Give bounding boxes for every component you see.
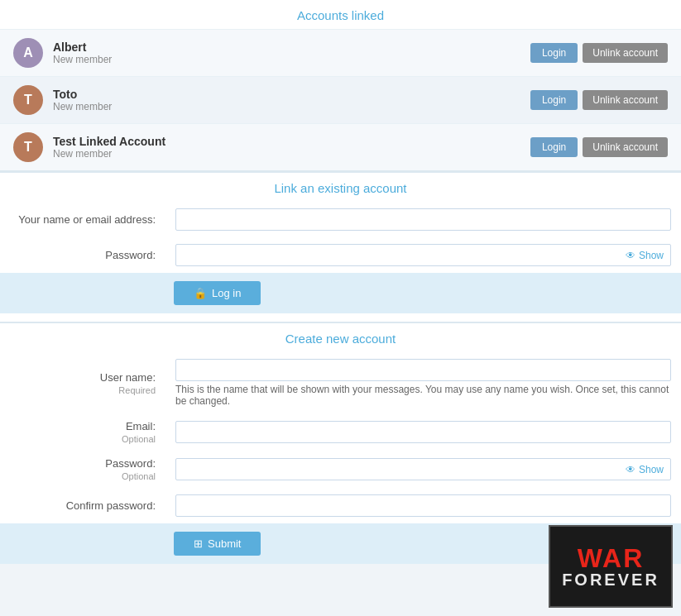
link-existing-title: Link an existing account (0, 173, 681, 202)
create-password-label-cell: Password: Optional (0, 451, 165, 488)
unlink-button-toto[interactable]: Unlink account (583, 90, 668, 110)
create-password-sublabel: Optional (10, 471, 156, 481)
account-info-test: Test Linked Account New member (53, 135, 530, 160)
create-username-input-cell: This is the name that will be shown with… (165, 352, 681, 413)
create-email-sublabel: Optional (10, 434, 156, 444)
create-show-label: Show (639, 464, 664, 475)
account-name-albert: Albert (53, 41, 530, 54)
account-info-albert: Albert New member (53, 41, 530, 65)
create-password-wrap: 👁 Show (175, 458, 671, 480)
create-confirm-row: Confirm password: (0, 488, 681, 523)
unlink-button-test[interactable]: Unlink account (583, 137, 668, 157)
create-email-label: Email: (126, 420, 156, 432)
create-username-label: User name: (100, 371, 156, 384)
link-name-label: Your name or email address: (0, 202, 165, 237)
create-show-password-button[interactable]: 👁 Show (619, 464, 670, 475)
link-show-password-button[interactable]: 👁 Show (619, 250, 670, 261)
link-password-input-cell: 👁 Show (165, 237, 681, 273)
accounts-linked-title: Accounts linked (0, 0, 681, 29)
eye-icon: 👁 (626, 250, 635, 261)
create-username-input[interactable] (175, 359, 671, 381)
create-password-input-cell: 👁 Show (165, 451, 681, 488)
create-confirm-input[interactable] (175, 494, 671, 517)
create-password-label: Password: (105, 457, 156, 470)
war-text: WAR (578, 545, 645, 564)
link-password-row: Password: 👁 Show (0, 237, 681, 273)
create-email-input[interactable] (175, 421, 671, 443)
account-actions-toto: Login Unlink account (530, 90, 668, 110)
avatar-toto: T (13, 85, 43, 115)
create-username-label-cell: User name: Required (0, 352, 165, 413)
account-role-toto: New member (53, 101, 530, 112)
account-name-toto: Toto (53, 88, 530, 101)
create-password-input[interactable] (176, 459, 619, 480)
link-name-input-cell (165, 202, 681, 237)
unlink-button-albert[interactable]: Unlink account (583, 43, 668, 63)
create-confirm-label: Confirm password: (0, 488, 165, 523)
account-info-toto: Toto New member (53, 88, 530, 112)
create-username-row: User name: Required This is the name tha… (0, 352, 681, 413)
avatar-test: T (13, 132, 43, 162)
lock-icon: 🔒 (194, 287, 207, 299)
account-row-toto: T Toto New member Login Unlink account (0, 76, 681, 123)
login-action-button[interactable]: 🔒 Log in (174, 281, 261, 305)
submit-label: Submit (208, 537, 241, 550)
link-form: Your name or email address: Password: 👁 … (0, 202, 681, 273)
create-email-input-cell (165, 413, 681, 451)
create-email-row: Email: Optional (0, 413, 681, 451)
login-button-albert[interactable]: Login (530, 43, 578, 63)
create-new-title: Create new account (0, 323, 681, 352)
account-actions-albert: Login Unlink account (530, 43, 668, 63)
link-name-row: Your name or email address: (0, 202, 681, 237)
login-button-test[interactable]: Login (530, 137, 578, 157)
create-form: User name: Required This is the name tha… (0, 352, 681, 523)
account-name-test: Test Linked Account (53, 135, 530, 148)
create-username-hint: This is the name that will be shown with… (175, 384, 671, 407)
eye-icon-create: 👁 (626, 464, 635, 475)
submit-button[interactable]: ⊞ Submit (174, 532, 261, 556)
accounts-linked-section: Accounts linked A Albert New member Logi… (0, 0, 681, 171)
create-username-sublabel: Required (10, 385, 156, 395)
war-forever-overlay: WAR FOREVER (549, 525, 673, 564)
login-action-label: Log in (212, 287, 241, 299)
link-password-input[interactable] (176, 245, 619, 265)
account-role-test: New member (53, 148, 530, 160)
avatar-albert: A (13, 38, 43, 68)
link-name-input[interactable] (175, 208, 671, 231)
plus-icon: ⊞ (194, 537, 203, 550)
link-login-bar: 🔒 Log in (0, 273, 681, 313)
account-row-albert: A Albert New member Login Unlink account (0, 29, 681, 76)
login-button-toto[interactable]: Login (530, 90, 578, 110)
show-label: Show (639, 250, 664, 261)
account-role-albert: New member (53, 54, 530, 65)
account-actions-test: Login Unlink account (530, 137, 668, 157)
create-email-label-cell: Email: Optional (0, 413, 165, 451)
link-existing-section: Link an existing account Your name or em… (0, 171, 681, 322)
link-password-wrap: 👁 Show (175, 244, 671, 266)
create-password-row: Password: Optional 👁 Show (0, 451, 681, 488)
link-password-label: Password: (0, 237, 165, 273)
account-row-test: T Test Linked Account New member Login U… (0, 123, 681, 170)
create-confirm-input-cell (165, 488, 681, 523)
